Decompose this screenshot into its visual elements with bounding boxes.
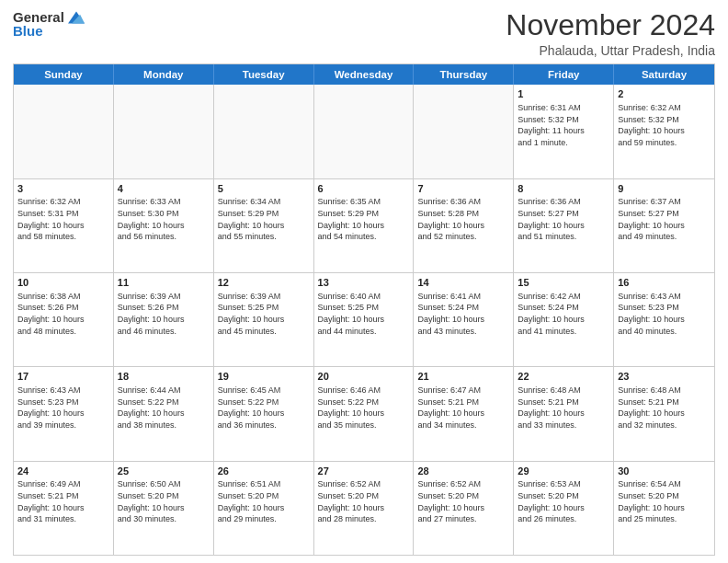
header-day-tuesday: Tuesday [214,64,314,85]
cell-info-text: Sunrise: 6:43 AM Sunset: 5:23 PM Dayligh… [17,385,109,431]
table-row: 26Sunrise: 6:51 AM Sunset: 5:20 PM Dayli… [214,462,314,555]
cell-info-text: Sunrise: 6:48 AM Sunset: 5:21 PM Dayligh… [518,385,609,431]
table-row: 10Sunrise: 6:38 AM Sunset: 5:26 PM Dayli… [14,273,114,366]
cell-info-text: Sunrise: 6:35 AM Sunset: 5:29 PM Dayligh… [318,196,410,242]
cell-info-text: Sunrise: 6:33 AM Sunset: 5:30 PM Dayligh… [118,196,210,242]
table-row: 29Sunrise: 6:53 AM Sunset: 5:20 PM Dayli… [514,462,614,555]
header-day-sunday: Sunday [14,64,114,85]
table-row: 9Sunrise: 6:37 AM Sunset: 5:27 PM Daylig… [614,179,714,272]
day-number-28: 28 [417,465,509,478]
day-number-15: 15 [518,276,609,290]
day-number-4: 4 [118,182,210,196]
location: Phalauda, Uttar Pradesh, India [506,43,715,58]
table-row: 20Sunrise: 6:46 AM Sunset: 5:22 PM Dayli… [314,367,415,460]
table-row: 24Sunrise: 6:49 AM Sunset: 5:21 PM Dayli… [14,462,114,555]
table-row [114,85,214,178]
table-row: 23Sunrise: 6:48 AM Sunset: 5:21 PM Dayli… [614,367,714,460]
day-number-26: 26 [218,465,310,478]
table-row: 15Sunrise: 6:42 AM Sunset: 5:24 PM Dayli… [514,273,614,366]
month-title: November 2024 [506,9,715,41]
cell-info-text: Sunrise: 6:42 AM Sunset: 5:24 PM Dayligh… [518,291,609,337]
cell-info-text: Sunrise: 6:38 AM Sunset: 5:26 PM Dayligh… [17,291,109,337]
calendar-row-0: 1Sunrise: 6:31 AM Sunset: 5:32 PM Daylig… [14,85,714,178]
day-number-17: 17 [17,370,109,384]
table-row [414,85,514,178]
day-number-2: 2 [618,87,711,101]
cell-info-text: Sunrise: 6:51 AM Sunset: 5:20 PM Dayligh… [218,478,310,524]
cell-info-text: Sunrise: 6:52 AM Sunset: 5:20 PM Dayligh… [318,478,410,524]
logo-icon [68,11,85,24]
day-number-25: 25 [118,465,210,478]
cell-info-text: Sunrise: 6:40 AM Sunset: 5:25 PM Dayligh… [318,291,410,337]
table-row: 3Sunrise: 6:32 AM Sunset: 5:31 PM Daylig… [14,179,114,272]
cell-info-text: Sunrise: 6:53 AM Sunset: 5:20 PM Dayligh… [518,478,609,524]
table-row [314,85,415,178]
table-row: 18Sunrise: 6:44 AM Sunset: 5:22 PM Dayli… [114,367,214,460]
day-number-23: 23 [618,370,711,384]
page: General Blue November 2024 Phalauda, Utt… [0,0,728,563]
cell-info-text: Sunrise: 6:36 AM Sunset: 5:28 PM Dayligh… [417,196,509,242]
header-day-wednesday: Wednesday [314,64,415,85]
cell-info-text: Sunrise: 6:44 AM Sunset: 5:22 PM Dayligh… [118,385,210,431]
cell-info-text: Sunrise: 6:32 AM Sunset: 5:31 PM Dayligh… [17,196,109,242]
day-number-21: 21 [417,370,509,384]
table-row: 22Sunrise: 6:48 AM Sunset: 5:21 PM Dayli… [514,367,614,460]
day-number-19: 19 [218,370,310,384]
calendar-row-1: 3Sunrise: 6:32 AM Sunset: 5:31 PM Daylig… [14,178,714,272]
cell-info-text: Sunrise: 6:49 AM Sunset: 5:21 PM Dayligh… [17,478,109,524]
table-row: 28Sunrise: 6:52 AM Sunset: 5:20 PM Dayli… [414,462,514,555]
day-number-27: 27 [318,465,410,478]
day-number-8: 8 [518,182,609,196]
cell-info-text: Sunrise: 6:41 AM Sunset: 5:24 PM Dayligh… [417,291,509,337]
day-number-12: 12 [218,276,310,290]
calendar-row-3: 17Sunrise: 6:43 AM Sunset: 5:23 PM Dayli… [14,366,714,460]
cell-info-text: Sunrise: 6:45 AM Sunset: 5:22 PM Dayligh… [218,385,310,431]
cell-info-text: Sunrise: 6:31 AM Sunset: 5:32 PM Dayligh… [518,102,609,148]
cell-info-text: Sunrise: 6:50 AM Sunset: 5:20 PM Dayligh… [118,478,210,524]
day-number-3: 3 [17,182,109,196]
day-number-29: 29 [518,465,609,478]
day-number-1: 1 [518,87,609,101]
table-row: 4Sunrise: 6:33 AM Sunset: 5:30 PM Daylig… [114,179,214,272]
logo-blue-text: Blue [13,23,43,39]
table-row: 27Sunrise: 6:52 AM Sunset: 5:20 PM Dayli… [314,462,415,555]
day-number-5: 5 [218,182,310,196]
title-block: November 2024 Phalauda, Uttar Pradesh, I… [506,9,715,58]
cell-info-text: Sunrise: 6:39 AM Sunset: 5:25 PM Dayligh… [218,291,310,337]
table-row: 7Sunrise: 6:36 AM Sunset: 5:28 PM Daylig… [414,179,514,272]
day-number-20: 20 [318,370,410,384]
logo: General Blue [13,9,85,39]
table-row: 8Sunrise: 6:36 AM Sunset: 5:27 PM Daylig… [514,179,614,272]
table-row: 13Sunrise: 6:40 AM Sunset: 5:25 PM Dayli… [314,273,415,366]
calendar-body: 1Sunrise: 6:31 AM Sunset: 5:32 PM Daylig… [14,85,714,555]
cell-info-text: Sunrise: 6:43 AM Sunset: 5:23 PM Dayligh… [618,291,711,337]
cell-info-text: Sunrise: 6:47 AM Sunset: 5:21 PM Dayligh… [417,385,509,431]
cell-info-text: Sunrise: 6:37 AM Sunset: 5:27 PM Dayligh… [618,196,711,242]
cell-info-text: Sunrise: 6:32 AM Sunset: 5:32 PM Dayligh… [618,102,711,148]
day-number-14: 14 [417,276,509,290]
cell-info-text: Sunrise: 6:34 AM Sunset: 5:29 PM Dayligh… [218,196,310,242]
table-row [14,85,114,178]
day-number-11: 11 [118,276,210,290]
cell-info-text: Sunrise: 6:36 AM Sunset: 5:27 PM Dayligh… [518,196,609,242]
day-number-22: 22 [518,370,609,384]
table-row: 19Sunrise: 6:45 AM Sunset: 5:22 PM Dayli… [214,367,314,460]
cell-info-text: Sunrise: 6:48 AM Sunset: 5:21 PM Dayligh… [618,385,711,431]
calendar-row-4: 24Sunrise: 6:49 AM Sunset: 5:21 PM Dayli… [14,461,714,555]
cell-info-text: Sunrise: 6:39 AM Sunset: 5:26 PM Dayligh… [118,291,210,337]
table-row: 5Sunrise: 6:34 AM Sunset: 5:29 PM Daylig… [214,179,314,272]
header: General Blue November 2024 Phalauda, Utt… [13,9,715,58]
table-row: 17Sunrise: 6:43 AM Sunset: 5:23 PM Dayli… [14,367,114,460]
day-number-9: 9 [618,182,711,196]
cell-info-text: Sunrise: 6:54 AM Sunset: 5:20 PM Dayligh… [618,478,711,524]
header-day-saturday: Saturday [614,64,714,85]
day-number-24: 24 [17,465,109,478]
header-day-monday: Monday [114,64,214,85]
day-number-30: 30 [618,465,711,478]
table-row: 6Sunrise: 6:35 AM Sunset: 5:29 PM Daylig… [314,179,415,272]
cell-info-text: Sunrise: 6:46 AM Sunset: 5:22 PM Dayligh… [318,385,410,431]
table-row [214,85,314,178]
table-row: 30Sunrise: 6:54 AM Sunset: 5:20 PM Dayli… [614,462,714,555]
table-row: 12Sunrise: 6:39 AM Sunset: 5:25 PM Dayli… [214,273,314,366]
table-row: 16Sunrise: 6:43 AM Sunset: 5:23 PM Dayli… [614,273,714,366]
